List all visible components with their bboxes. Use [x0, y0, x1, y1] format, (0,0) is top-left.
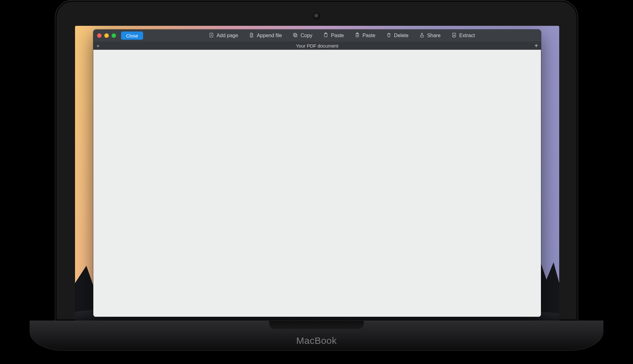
window-close-dot[interactable]: [97, 33, 102, 38]
toolbar: Add page Append file: [146, 32, 537, 39]
close-icon: ×: [97, 43, 100, 48]
window-minimize-dot[interactable]: [104, 33, 109, 38]
toolbar-label: Copy: [300, 33, 312, 38]
add-page-button[interactable]: Add page: [209, 32, 238, 39]
trash-icon: [386, 32, 392, 39]
laptop-frame: Close Add page: [55, 0, 578, 351]
svg-rect-1: [294, 34, 297, 37]
toolbar-label: Delete: [394, 33, 409, 38]
document-area[interactable]: [93, 50, 541, 317]
toolbar-label: Share: [427, 33, 441, 38]
extract-button[interactable]: Extract: [451, 32, 475, 39]
camera-icon: [314, 13, 319, 19]
page-plus-icon: [209, 32, 214, 39]
plus-icon: +: [534, 42, 538, 49]
laptop-base: MacBook: [30, 321, 603, 351]
toolbar-label: Paste: [331, 33, 344, 38]
paste-button[interactable]: Paste: [323, 32, 344, 39]
toolbar-label: Append file: [257, 33, 282, 38]
append-file-button[interactable]: Append file: [249, 32, 282, 39]
tab-add-button[interactable]: +: [531, 42, 541, 49]
tab-title[interactable]: Your PDF document: [296, 43, 339, 48]
share-button[interactable]: Share: [419, 32, 441, 39]
copy-button[interactable]: Copy: [293, 32, 312, 39]
desktop-screen: Close Add page: [75, 26, 559, 321]
paste-alt-button[interactable]: Paste: [355, 32, 375, 39]
app-window: Close Add page: [93, 30, 541, 317]
window-maximize-dot[interactable]: [112, 33, 116, 38]
toolbar-label: Extract: [459, 33, 475, 38]
laptop-brand: MacBook: [296, 335, 337, 346]
titlebar: Close Add page: [93, 30, 541, 42]
paste-icon: [355, 32, 360, 39]
toolbar-label: Paste: [363, 33, 375, 38]
traffic-lights: [97, 33, 116, 38]
share-icon: [419, 32, 425, 39]
tab-close-button[interactable]: ×: [93, 43, 103, 48]
screen-bezel: Close Add page: [75, 26, 559, 321]
tab-bar: × Your PDF document +: [93, 42, 541, 50]
delete-button[interactable]: Delete: [386, 32, 409, 39]
file-icon: [249, 32, 254, 39]
copy-icon: [293, 32, 298, 39]
svg-rect-2: [293, 33, 296, 36]
toolbar-label: Add page: [217, 33, 238, 38]
extract-icon: [451, 32, 457, 39]
close-button[interactable]: Close: [121, 31, 143, 40]
laptop-lid: Close Add page: [55, 0, 578, 321]
paste-icon: [323, 32, 328, 39]
